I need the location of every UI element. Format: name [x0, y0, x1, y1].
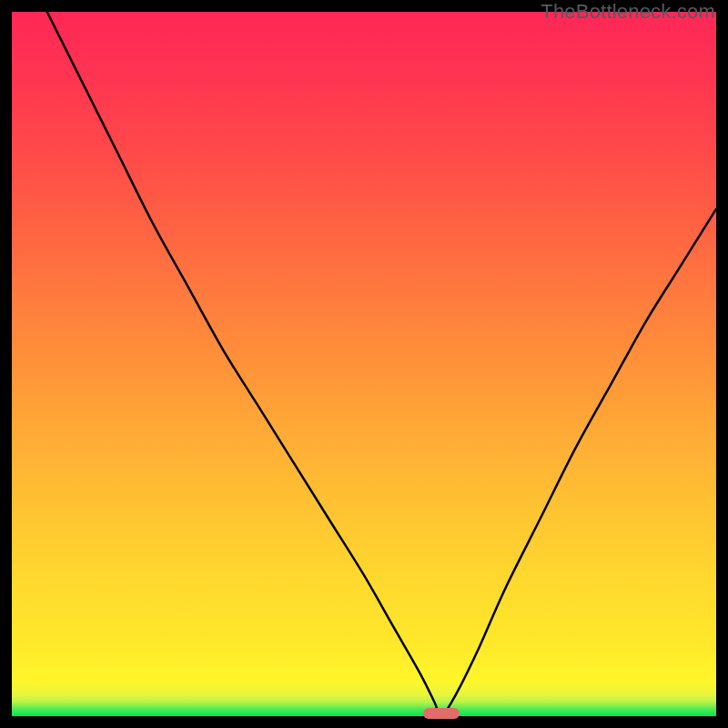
bottleneck-curve: [12, 12, 716, 716]
watermark-text: TheBottleneck.com: [541, 0, 715, 24]
plot-area: [12, 12, 716, 716]
chart-frame: TheBottleneck.com: [0, 0, 728, 728]
optimal-point-marker: [423, 708, 460, 719]
